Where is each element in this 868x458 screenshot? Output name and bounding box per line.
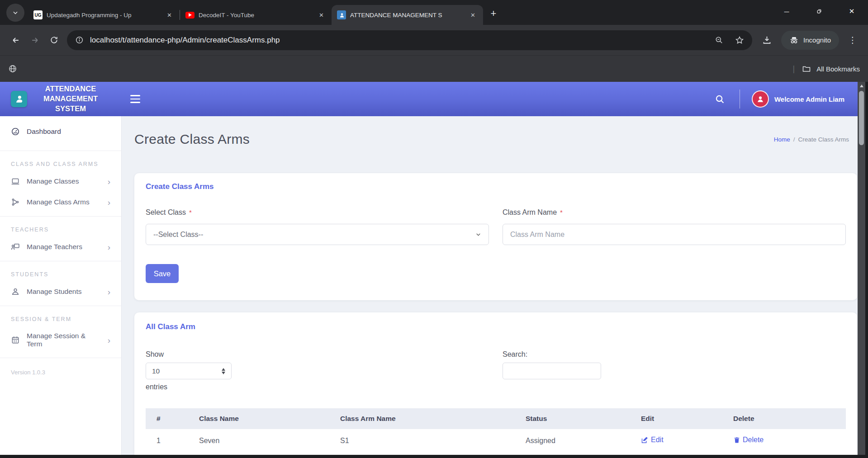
page-scrollbar[interactable] [858,82,865,455]
bookmark-star-button[interactable] [735,36,744,45]
chevron-right-icon: › [108,336,110,345]
save-button[interactable]: Save [146,264,179,283]
select-class-dropdown[interactable]: --Select Class-- [146,224,489,245]
hamburger-icon [130,99,140,100]
brand-line-2: MANAGEMENT [43,94,98,103]
sidebar-item-manage-session-term[interactable]: Manage Session & Term › [0,326,121,354]
site-header: ATTENDANCE MANAGEMENT SYSTEM Welcome Adm… [0,82,868,116]
chevron-down-icon [475,231,481,237]
star-icon [735,36,744,45]
select-class-value: --Select Class-- [153,231,203,239]
window-close-button[interactable]: ✕ [835,0,868,23]
table-header-row: # Class Name Class Arm Name Status Edit … [146,408,846,429]
hamburger-icon [130,102,140,103]
page-size-select[interactable]: 10 [146,363,232,379]
table-controls: Show 10 entries Search: [146,350,846,391]
restore-icon [816,8,822,14]
sidebar-item-dashboard[interactable]: Dashboard [0,116,121,147]
table-search-input[interactable] [503,363,601,379]
all-bookmarks-button[interactable]: | All Bookmarks [792,64,860,74]
search-group: Search: [503,350,846,391]
window-minimize-button[interactable]: ─ [770,0,803,23]
zoom-level-button[interactable] [715,36,723,44]
brand-logo [11,91,27,107]
url-text[interactable]: localhost/t/attendance-php/Admin/createC… [90,36,703,45]
reload-button[interactable] [44,31,63,50]
cell-edit: Edit [630,429,722,453]
all-bookmarks-label: All Bookmarks [816,65,860,73]
sort-updown-icon [222,368,225,374]
class-arm-name-label: Class Arm Name [503,208,557,216]
sidebar-section-class-arms: CLASS AND CLASS ARMS Manage Classes › Ma… [0,151,121,217]
zoom-out-magnifier-icon [715,36,723,44]
scrollbar-thumb[interactable] [859,91,864,145]
chevron-right-icon: › [108,177,110,186]
tab-title: DecodeIT - YouTube [199,12,313,19]
sidebar-item-label: Manage Students [27,288,82,296]
col-delete[interactable]: Delete [722,408,846,429]
cell-index: 1 [146,429,188,453]
breadcrumb-current: Create Class Arms [798,136,849,143]
avatar[interactable] [752,90,769,108]
tab-attendance-active[interactable]: ATTENDANCE MANAGEMENT S ✕ [332,5,483,25]
tab-search-button[interactable] [6,4,24,22]
window-restore-button[interactable] [803,0,835,23]
person-icon [339,12,345,18]
breadcrumb-home-link[interactable]: Home [774,136,790,143]
col-index[interactable]: # [146,408,188,429]
address-bar[interactable]: localhost/t/attendance-php/Admin/createC… [67,30,752,50]
sidebar-toggle-button[interactable] [130,95,140,103]
site-info-icon[interactable] [75,36,84,44]
class-arm-field-group: Class Arm Name* [503,208,846,245]
back-button[interactable] [6,31,25,50]
main-content: Create Class Arms Home/Create Class Arms… [122,116,868,455]
page-size-value: 10 [152,367,160,375]
tab-updategadh[interactable]: UG Updategadh Programming - Up ✕ [28,5,180,25]
col-class-name[interactable]: Class Name [188,408,329,429]
new-tab-button[interactable]: + [487,7,500,20]
downloads-button[interactable] [757,30,777,50]
tab-youtube[interactable]: DecodeIT - YouTube ✕ [180,5,332,25]
delete-link[interactable]: Delete [733,436,764,444]
incognito-badge[interactable]: Incognito [781,31,839,50]
welcome-text[interactable]: Welcome Admin Liam [774,95,844,103]
brand-line-1: ATTENDANCE [45,85,96,93]
required-asterisk: * [189,208,192,216]
title-row: Create Class Arms Home/Create Class Arms [134,132,857,147]
tab-close-icon[interactable]: ✕ [468,11,478,19]
cell-delete: Delete [722,429,846,453]
youtube-play-icon [185,12,194,19]
col-class-arm-name[interactable]: Class Arm Name [329,408,515,429]
sidebar-item-manage-classes[interactable]: Manage Classes › [0,171,121,192]
breadcrumb: Home/Create Class Arms [774,136,857,143]
select-class-label: Select Class [146,208,186,216]
class-arm-name-input[interactable] [510,231,838,239]
sidebar-section-students: STUDENTS Manage Students › [0,261,121,306]
tab-close-icon[interactable]: ✕ [317,11,326,19]
brand[interactable]: ATTENDANCE MANAGEMENT SYSTEM [0,84,109,114]
tab-close-icon[interactable]: ✕ [165,11,174,19]
download-icon [762,35,772,45]
sidebar-item-manage-students[interactable]: Manage Students › [0,281,121,302]
header-search-button[interactable] [711,90,729,108]
page-title: Create Class Arms [134,132,250,147]
sidebar-item-manage-teachers[interactable]: Manage Teachers › [0,236,121,257]
browser-menu-button[interactable]: ⋮ [844,31,862,49]
sidebar-item-label: Manage Classes [27,177,79,185]
sidebar-item-manage-class-arms[interactable]: Manage Class Arms › [0,192,121,212]
teacher-icon [11,242,20,251]
search-label: Search: [503,350,846,359]
col-status[interactable]: Status [515,408,630,429]
scrollbar-up-arrow[interactable] [858,82,865,90]
calendar-icon [11,335,20,345]
col-edit[interactable]: Edit [630,408,722,429]
delete-label: Delete [743,436,764,444]
attendance-favicon [337,10,346,19]
branch-icon [11,198,20,207]
trash-icon [733,436,740,444]
edit-link[interactable]: Edit [641,436,664,444]
create-class-arms-card: Create Class Arms Select Class* --Select… [134,173,857,300]
forward-button[interactable] [25,31,44,50]
bookmarks-divider: | [792,64,795,74]
bookmark-globe-item[interactable] [8,64,17,73]
